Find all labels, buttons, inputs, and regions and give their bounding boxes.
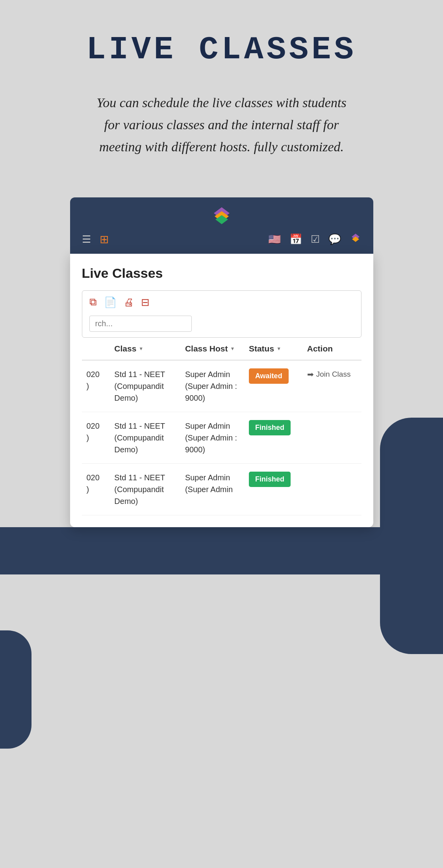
table-header-row: Class ▼ Class Host ▼ Status ▼: [82, 338, 361, 360]
hero-section: LIVE CLASSES You can schedule the live c…: [0, 0, 443, 182]
hero-description: You can schedule the live classes with s…: [88, 92, 356, 158]
col-header-class[interactable]: Class ▼: [109, 338, 180, 360]
toolbar-icons: ⧉ 📄 🖨 ⊟: [89, 296, 354, 309]
cell-class-2: Std 11 - NEET (Compupandit Demo): [109, 412, 180, 464]
print-icon[interactable]: 🖨: [124, 296, 134, 309]
col-header-action: Action: [302, 338, 361, 360]
col-header-date: [82, 338, 110, 360]
arrow-right-icon: ➡: [307, 368, 314, 380]
hamburger-icon[interactable]: ☰: [82, 233, 91, 245]
live-classes-title: Live Classes: [82, 266, 361, 281]
bg-shape-left: [0, 630, 32, 749]
sort-arrow-class: ▼: [139, 346, 143, 351]
grid-icon[interactable]: ⊞: [100, 233, 109, 246]
cell-host-2: Super Admin (Super Admin : 9000): [180, 412, 244, 464]
cell-status-2: Finished: [244, 412, 302, 464]
bottom-dark-bar: [0, 527, 443, 574]
cell-host-3: Super Admin (Super Admin: [180, 464, 244, 515]
columns-icon[interactable]: ⊟: [141, 296, 150, 309]
app-content: Live Classes ⧉ 📄 🖨 ⊟ Class ▼: [70, 254, 373, 527]
navbar-left: ☰ ⊞: [82, 233, 109, 246]
cell-action-3: [302, 464, 361, 515]
search-input[interactable]: [89, 316, 192, 332]
table-toolbar: ⧉ 📄 🖨 ⊟: [82, 290, 361, 338]
status-badge-finished-2: Finished: [249, 472, 291, 487]
app-navbar: ☰ ⊞ 🇺🇸 📅 ☑ 💬: [70, 197, 373, 254]
cell-class-1: Std 11 - NEET (Compupandit Demo): [109, 360, 180, 412]
cell-action-1[interactable]: ➡ Join Class: [302, 360, 361, 412]
sort-arrow-host: ▼: [230, 346, 235, 351]
calendar-icon[interactable]: 📅: [289, 233, 302, 245]
col-header-status[interactable]: Status ▼: [244, 338, 302, 360]
cell-date-3: 020): [82, 464, 110, 515]
table-row: 020) Std 11 - NEET (Compupandit Demo) Su…: [82, 360, 361, 412]
status-badge-finished: Finished: [249, 420, 291, 435]
navbar-right: 🇺🇸 📅 ☑ 💬: [268, 233, 361, 246]
cell-date-1: 020): [82, 360, 110, 412]
whatsapp-icon[interactable]: 💬: [328, 233, 341, 245]
check-icon[interactable]: ☑: [311, 233, 320, 245]
page-title: LIVE CLASSES: [24, 32, 419, 68]
bg-shape-right: [380, 418, 443, 654]
cell-status-1: Awaited: [244, 360, 302, 412]
live-classes-table: Class ▼ Class Host ▼ Status ▼: [82, 338, 361, 515]
navbar-logo: [210, 205, 234, 227]
sort-arrow-status: ▼: [276, 346, 281, 351]
join-class-button[interactable]: ➡ Join Class: [307, 368, 351, 380]
copy-icon[interactable]: ⧉: [89, 296, 97, 309]
col-header-host[interactable]: Class Host ▼: [180, 338, 244, 360]
logo-icon: [210, 205, 234, 225]
csv-icon[interactable]: 📄: [104, 296, 117, 309]
cell-action-2: [302, 412, 361, 464]
table-row: 020) Std 11 - NEET (Compupandit Demo) Su…: [82, 464, 361, 515]
user-logo-icon[interactable]: [350, 233, 361, 246]
status-badge-awaited: Awaited: [249, 368, 289, 384]
navbar-bottom-row: ☰ ⊞ 🇺🇸 📅 ☑ 💬: [82, 233, 361, 246]
app-card: ☰ ⊞ 🇺🇸 📅 ☑ 💬 Live Classes: [70, 197, 373, 527]
cell-class-3: Std 11 - NEET (Compupandit Demo): [109, 464, 180, 515]
cell-date-2: 020): [82, 412, 110, 464]
cell-host-1: Super Admin (Super Admin : 9000): [180, 360, 244, 412]
table-row: 020) Std 11 - NEET (Compupandit Demo) Su…: [82, 412, 361, 464]
flag-icon[interactable]: 🇺🇸: [268, 233, 281, 245]
cell-status-3: Finished: [244, 464, 302, 515]
